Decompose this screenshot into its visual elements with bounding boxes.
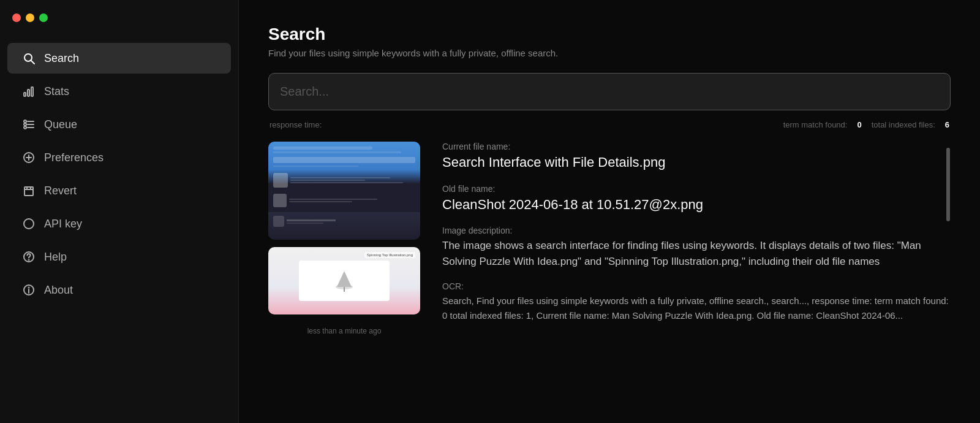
sidebar-item-revert[interactable]: Revert <box>7 175 231 206</box>
response-time-stat: response time: <box>270 120 322 129</box>
thumbnail-card-1[interactable] <box>268 142 420 240</box>
traffic-lights <box>12 13 48 22</box>
sidebar-item-api-key[interactable]: API key <box>7 208 231 239</box>
sidebar-nav: Search Stats <box>0 37 238 311</box>
minimize-button[interactable] <box>26 13 34 22</box>
sidebar-label-revert: Revert <box>44 185 77 197</box>
sidebar-item-stats[interactable]: Stats <box>7 76 231 107</box>
term-match-label: term match found: <box>783 120 848 129</box>
svg-point-20 <box>29 260 29 261</box>
sidebar: Search Stats <box>0 0 239 423</box>
right-stats: term match found: 0 total indexed files:… <box>783 120 949 129</box>
scrollbar-thumb[interactable] <box>946 148 950 221</box>
response-time-label: response time: <box>270 120 322 129</box>
thumbnail-img-1 <box>268 142 420 240</box>
thumbnails-panel: Spinning Top Illustration.png less than … <box>268 142 428 423</box>
circle-icon <box>22 217 36 231</box>
svg-rect-2 <box>24 93 26 96</box>
sidebar-label-queue: Queue <box>44 118 77 131</box>
queue-icon <box>22 118 36 131</box>
svg-point-0 <box>24 54 32 61</box>
sidebar-item-about[interactable]: About <box>7 275 231 305</box>
sidebar-label-search: Search <box>44 52 79 65</box>
current-file-label: Current file name: <box>442 142 951 151</box>
search-input[interactable] <box>280 74 939 110</box>
question-circle-icon <box>22 250 36 264</box>
search-box-wrapper <box>268 73 951 110</box>
sidebar-label-api-key: API key <box>44 218 82 231</box>
thumb-label: Spinning Top Illustration.png <box>364 252 415 258</box>
svg-point-7 <box>24 120 26 123</box>
stats-icon <box>22 85 36 98</box>
stats-row: response time: term match found: 0 total… <box>268 120 951 129</box>
close-button[interactable] <box>12 13 21 22</box>
sidebar-label-about: About <box>44 284 73 297</box>
details-panel: Current file name: Search Interface with… <box>428 142 951 423</box>
total-indexed-value: 6 <box>945 120 949 129</box>
page-subtitle: Find your files using simple keywords wi… <box>268 48 951 58</box>
sidebar-item-search[interactable]: Search <box>7 43 231 74</box>
old-file-label: Old file name: <box>442 184 951 194</box>
svg-rect-4 <box>31 87 33 96</box>
search-icon <box>22 51 36 65</box>
scrollbar-track[interactable] <box>946 142 951 423</box>
info-circle-icon <box>22 283 36 297</box>
image-desc-value: The image shows a search interface for f… <box>442 238 951 269</box>
total-indexed-label: total indexed files: <box>872 120 935 129</box>
sidebar-item-queue[interactable]: Queue <box>7 109 231 140</box>
results-area: Spinning Top Illustration.png less than … <box>268 142 951 423</box>
current-file-value: Search Interface with File Details.png <box>442 154 951 172</box>
svg-line-1 <box>31 61 34 64</box>
main-content: Search Find your files using simple keyw… <box>239 0 980 423</box>
svg-marker-25 <box>337 271 352 287</box>
svg-rect-3 <box>28 90 29 96</box>
svg-point-23 <box>29 288 29 288</box>
image-desc-label: Image description: <box>442 226 951 235</box>
maximize-button[interactable] <box>39 13 48 22</box>
thumbnail-timestamp: less than a minute ago <box>268 322 420 338</box>
ocr-label: OCR: <box>442 281 951 291</box>
sidebar-label-help: Help <box>44 251 67 264</box>
svg-rect-14 <box>24 187 33 196</box>
sidebar-item-help[interactable]: Help <box>7 242 231 272</box>
term-match-value: 0 <box>857 120 861 129</box>
sidebar-label-preferences: Preferences <box>44 151 104 164</box>
thumbnail-img-2: Spinning Top Illustration.png <box>268 247 420 314</box>
svg-point-5 <box>24 123 26 126</box>
ocr-value: Search, Find your files using simple key… <box>442 294 951 323</box>
svg-point-9 <box>24 126 26 129</box>
svg-point-18 <box>24 219 34 229</box>
thumbnail-card-2[interactable]: Spinning Top Illustration.png <box>268 247 420 314</box>
sidebar-item-preferences[interactable]: Preferences <box>7 142 231 173</box>
plus-circle-icon <box>22 151 36 164</box>
revert-icon <box>22 184 36 197</box>
old-file-value: CleanShot 2024-06-18 at 10.51.27@2x.png <box>442 196 951 214</box>
page-title: Search <box>268 25 951 44</box>
thumb-inner <box>299 261 390 301</box>
sidebar-label-stats: Stats <box>44 85 69 98</box>
